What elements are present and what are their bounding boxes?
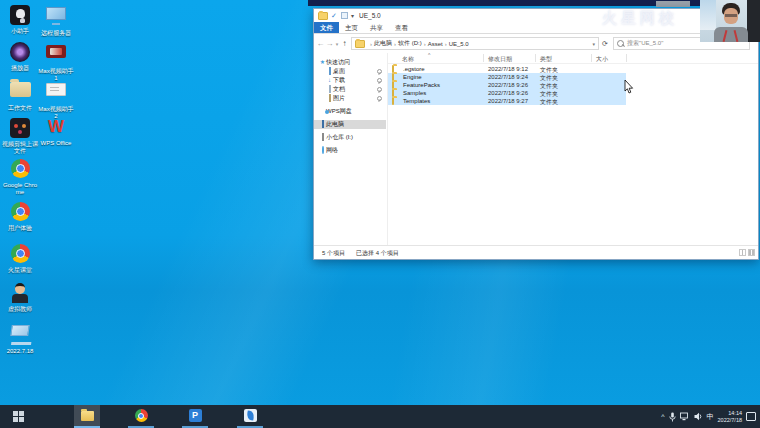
chrome-icon [11, 202, 30, 221]
sidebar-item-documents[interactable]: 文档 [314, 85, 386, 94]
webcam-dark-panel [747, 0, 760, 42]
details-view-button[interactable] [739, 249, 746, 256]
microphone-icon[interactable] [669, 412, 676, 422]
sidebar-item-network[interactable]: 网络 [314, 146, 386, 155]
breadcrumb-asset[interactable]: Asset [428, 41, 443, 47]
sidebar-item-pictures[interactable]: 图片 [314, 94, 386, 103]
desktop-icon-remote-server[interactable]: 远程服务器 [38, 4, 74, 37]
start-button[interactable] [5, 405, 31, 428]
file-row-engine[interactable]: Engine 2022/7/18 9:24 文件夹 [388, 73, 626, 81]
desktop-icon-wps[interactable]: W WPS Office [38, 117, 74, 147]
sidebar-item-desktop[interactable]: 桌面 [314, 67, 386, 76]
file-date: 2022/7/18 9:26 [488, 82, 528, 88]
refresh-button[interactable]: ⟳ [599, 40, 611, 48]
up-button[interactable]: ↑ [340, 39, 349, 48]
status-bar: 5 个项目 已选择 4 个项目 [314, 245, 758, 259]
p-app-icon: P [189, 409, 202, 422]
column-header-type[interactable]: 类型 [540, 55, 552, 64]
sidebar-item-quick-access[interactable]: ★ 快速访问 [314, 58, 386, 67]
taskbar: P ^ 中 14:14 2022/7/18 [0, 405, 760, 428]
file-row-featurepacks[interactable]: FeaturePacks 2022/7/18 9:26 文件夹 [388, 81, 626, 89]
desktop-icon-teacher[interactable]: 虚拟教师 [2, 282, 38, 313]
desktop-icon-label: 工作文件 [2, 105, 38, 112]
taskbar-file-explorer[interactable] [74, 405, 100, 428]
column-divider[interactable] [591, 54, 592, 62]
show-hidden-icons-button[interactable]: ^ [661, 413, 664, 420]
computer-icon [322, 120, 324, 128]
webcam-overlay [700, 0, 760, 42]
column-header-size[interactable]: 大小 [596, 55, 608, 64]
sidebar-item-label: 桌面 [333, 67, 345, 76]
chrome-icon [135, 409, 148, 422]
tab-home[interactable]: 主页 [339, 22, 364, 33]
desktop-icon-work-folder[interactable]: 工作文件 [2, 79, 38, 112]
column-divider[interactable] [483, 54, 484, 62]
clock[interactable]: 14:14 2022/7/18 [718, 410, 742, 423]
large-icons-view-button[interactable] [748, 249, 755, 256]
desktop-icon-chrome-profile-1[interactable]: 用户体验 [2, 201, 38, 232]
breadcrumb-drive-d[interactable]: 软件 (D:) [398, 39, 422, 48]
taskbar-chrome[interactable] [128, 405, 154, 428]
address-folder-icon [355, 40, 365, 48]
file-type: 文件夹 [540, 98, 558, 107]
white-card-app-icon [46, 83, 66, 96]
file-row-samples[interactable]: Samples 2022/7/18 9:26 文件夹 [388, 89, 626, 97]
desktop-icon-chrome[interactable]: Google Chrome [2, 158, 38, 195]
file-row-templates[interactable]: Templates 2022/7/18 9:27 文件夹 [388, 97, 626, 105]
quick-access-toolbar-icon[interactable]: ✓ [331, 12, 338, 19]
sidebar-item-downloads[interactable]: ↓ 下载 [314, 76, 386, 85]
forward-button[interactable]: → [325, 39, 334, 48]
monitor-icon [46, 7, 66, 20]
desktop-icon-max-helper-1[interactable]: Max视频助手1 [38, 41, 74, 81]
desktop-icon-label: 用户体验 [2, 225, 38, 232]
taskbar-app-p[interactable]: P [182, 405, 208, 428]
file-name: Samples [403, 90, 426, 96]
file-row-egstore[interactable]: .egstore 2022/7/18 9:12 文件夹 [388, 65, 626, 73]
column-divider[interactable] [535, 54, 536, 62]
back-button[interactable]: ← [316, 39, 325, 48]
desktop-icon-video-files[interactable]: 视频剪辑上课文件 [2, 117, 38, 154]
sidebar-item-label: WPS网盘 [326, 107, 352, 116]
breadcrumb-this-pc[interactable]: 此电脑 [374, 39, 392, 48]
tab-share[interactable]: 共享 [364, 22, 389, 33]
star-icon: ★ [319, 59, 326, 66]
astronaut-icon [10, 5, 30, 25]
sidebar-item-drive-i[interactable]: 小仓库 (I:) [314, 133, 386, 142]
desktop-icon-chrome-profile-2[interactable]: 火星课堂 [2, 243, 38, 274]
desktop-icon-player[interactable]: 播放器 [2, 41, 38, 72]
taskbar-app-feather[interactable] [237, 405, 263, 428]
ribbon-tabs: 文件 主页 共享 查看 [314, 22, 758, 34]
tab-file[interactable]: 文件 [314, 22, 339, 33]
desktop-icon-dated-file[interactable]: 2022.7.18 [2, 321, 38, 355]
desktop-icon-label: 火星课堂 [2, 267, 38, 274]
laptop-icon [10, 325, 30, 336]
desktop-icon-max-helper-2[interactable]: Max视频助手2 [38, 79, 74, 119]
column-header-name[interactable]: 名称 [402, 55, 414, 64]
file-explorer-icon [81, 411, 94, 421]
network-icon [322, 146, 324, 154]
quick-access-toolbar-icon[interactable] [341, 12, 348, 19]
file-name: FeaturePacks [403, 82, 440, 88]
sidebar-item-this-pc[interactable]: 此电脑 [314, 120, 386, 129]
tab-view[interactable]: 查看 [389, 22, 414, 33]
qat-dropdown-icon[interactable]: ▾ [351, 13, 354, 19]
search-input[interactable]: 搜索"UE_5.0" [627, 39, 663, 48]
breadcrumb-ue50[interactable]: UE_5.0 [449, 41, 469, 47]
ime-indicator[interactable]: 中 [707, 412, 714, 422]
webcam-background [700, 0, 716, 30]
action-center-icon[interactable] [746, 412, 756, 421]
network-icon[interactable] [680, 412, 690, 421]
sidebar-item-wps-cloud[interactable]: WPS网盘 [314, 107, 386, 116]
title-bar[interactable]: ✓ ▾ UE_5.0 [314, 9, 758, 22]
sidebar-item-label: 网络 [326, 146, 338, 155]
desktop-icon-assistant[interactable]: 小助手 [2, 4, 38, 35]
chrome-icon [11, 159, 30, 178]
sidebar-item-label: 快速访问 [326, 58, 350, 67]
sidebar-item-label: 下载 [333, 76, 345, 85]
address-dropdown-icon[interactable]: ▾ [592, 41, 595, 47]
column-header-date[interactable]: 修改日期 [488, 55, 512, 64]
desktop-icon-label: WPS Office [38, 140, 74, 147]
column-divider[interactable] [626, 54, 627, 62]
breadcrumb[interactable]: › 此电脑 › 软件 (D:) › Asset › UE_5.0 ▾ [351, 37, 599, 50]
speaker-icon[interactable] [694, 412, 703, 421]
